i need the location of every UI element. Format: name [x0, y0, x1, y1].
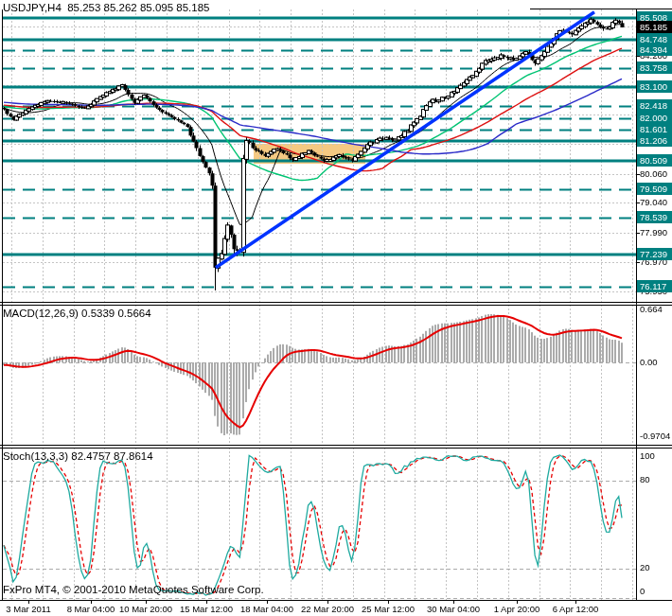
price-level-label: 83.100	[637, 80, 672, 93]
price-level-label: 78.539	[637, 211, 672, 223]
stoch-scale-80: 80	[640, 474, 650, 485]
price-level-label: 83.758	[637, 62, 672, 74]
price-level-label: 80.509	[637, 154, 672, 167]
price-level-label: 76.117	[637, 280, 672, 292]
macd-indicator-label: MACD(12,26,9) 0.5339 0.5664	[3, 308, 151, 320]
price-level-label: 81.206	[637, 134, 672, 147]
date-label: 30 Mar 04:00	[419, 604, 487, 614]
price-level-label: 84.394	[637, 44, 672, 56]
macd-scale-zero: 0.00	[640, 357, 658, 368]
price-level-label: 82.418	[637, 99, 672, 112]
date-label: 6 Apr 12:00	[541, 604, 610, 614]
stoch-scale-100: 100	[640, 450, 655, 462]
macd-scale-min: -0.9704	[640, 431, 670, 442]
macd-scale-max: 0.664	[640, 304, 663, 315]
price-level-label: 77.239	[637, 248, 672, 260]
price-level-label: 79.509	[637, 183, 672, 195]
date-label: 3 Mar 2011	[0, 604, 62, 614]
stoch-scale-0: 0	[640, 586, 645, 597]
axis-price-label: 77.990	[637, 226, 672, 238]
current-price-label: 85.185	[637, 21, 672, 33]
date-label: 10 Mar 20:00	[112, 604, 180, 614]
axis-price-label: 80.060	[637, 167, 672, 180]
chart-title-ohlc: USDJPY,H4 85.253 85.262 85.095 85.185	[3, 2, 209, 14]
date-label: 18 Mar 04:00	[233, 604, 301, 614]
mt4-chart-window: USDJPY,H4 85.253 85.262 85.095 85.185 MA…	[0, 0, 672, 616]
date-label: 22 Mar 20:00	[293, 604, 362, 614]
copyright-text: FxPro MT4, © 2001-2010 MetaQuotes Softwa…	[3, 584, 264, 596]
axis-price-label: 79.040	[637, 196, 672, 208]
stoch-scale-20: 20	[640, 562, 650, 573]
date-label: 15 Mar 12:00	[172, 604, 240, 614]
date-label: 25 Mar 12:00	[354, 604, 422, 614]
stoch-indicator-label: Stoch(13,3,3) 82.4757 87.8614	[3, 450, 153, 463]
